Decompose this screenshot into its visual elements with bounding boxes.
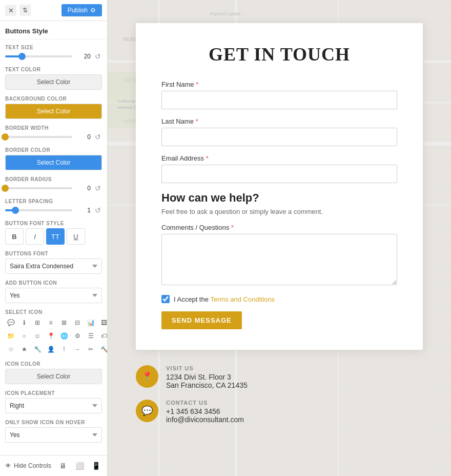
bg-color-section: BACKGROUND COLOR Select Color — [5, 96, 102, 119]
first-name-required: * — [196, 81, 198, 88]
text-size-track[interactable] — [5, 55, 72, 57]
border-radius-reset[interactable]: ↺ — [94, 184, 102, 192]
letter-spacing-thumb[interactable] — [12, 207, 19, 214]
icon-columns[interactable]: ⊟ — [72, 317, 83, 328]
icon-chat[interactable]: 💬 — [5, 317, 16, 328]
send-button[interactable]: SEND MESSAGE — [161, 311, 242, 329]
text-size-label: TEXT SIZE — [5, 45, 102, 50]
icon-user[interactable]: 👤 — [45, 344, 56, 355]
icon-settings[interactable]: ⚙ — [72, 330, 83, 342]
show-on-hover-section: ONLY SHOW ICON ON HOVER Yes No — [5, 420, 102, 443]
contact-us-type: CONTACT US — [166, 400, 244, 406]
panel-title: Buttons Style — [0, 21, 107, 39]
tt-button[interactable]: TT — [46, 228, 65, 245]
visit-us-line1: 1234 Divi St. Floor 3 — [166, 373, 248, 381]
border-width-thumb[interactable] — [2, 133, 9, 141]
gear-icon: ⚙ — [90, 7, 96, 14]
letter-spacing-track[interactable] — [5, 209, 72, 211]
icon-star-outline[interactable]: ☆ — [5, 344, 16, 355]
icon-tag[interactable]: 🏷 — [98, 330, 108, 342]
border-width-section: BORDER WIDTH 0 ↺ — [5, 125, 102, 141]
icon-tool[interactable]: 🔨 — [98, 344, 108, 355]
hide-controls-button[interactable]: 👁 Hide Controls — [5, 462, 53, 469]
icons-grid: 💬 ℹ ⊞ ≡ ⊠ ⊟ 📊 🖼 📁 ○ ☺ 📍 🌐 ⚙ ☰ 🏷 ☆ ★ 🔧 👤 — [5, 317, 102, 355]
icon-color-button[interactable]: Select Color — [5, 369, 102, 384]
phone-view-button[interactable]: 📱 — [90, 460, 102, 472]
first-name-input[interactable] — [161, 91, 397, 109]
icon-arrow[interactable]: → — [72, 344, 83, 355]
icon-grid[interactable]: ⊠ — [58, 317, 70, 328]
text-size-row: 20 ↺ — [5, 52, 102, 61]
desktop-view-button[interactable]: 🖥 — [57, 460, 69, 472]
first-name-label: First Name * — [161, 81, 397, 88]
location-icon: 📍 — [141, 371, 153, 382]
italic-button[interactable]: I — [26, 228, 44, 245]
add-button-icon-select[interactable]: Yes No — [5, 288, 102, 303]
select-icon-section: SELECT ICON 💬 ℹ ⊞ ≡ ⊠ ⊟ 📊 🖼 📁 ○ ☺ 📍 🌐 ⚙ … — [5, 309, 102, 355]
icon-star[interactable]: ★ — [18, 344, 30, 355]
border-radius-track[interactable] — [5, 187, 72, 189]
contact-us-line1: +1 345 634 3456 — [166, 407, 244, 415]
publish-button[interactable]: Publish ⚙ — [61, 4, 102, 16]
close-button[interactable]: ✕ — [5, 5, 16, 16]
icon-exclaim[interactable]: ! — [58, 344, 70, 355]
icon-layers[interactable]: ⊞ — [32, 317, 43, 328]
icon-placement-select[interactable]: Right Left — [5, 398, 102, 413]
add-button-icon-label: ADD BUTTON ICON — [5, 280, 102, 286]
visit-us-details: VISIT US 1234 Divi St. Floor 3 San Franc… — [166, 365, 248, 389]
terms-checkbox[interactable] — [161, 295, 170, 303]
bg-color-button[interactable]: Select Color — [5, 104, 102, 119]
last-name-input[interactable] — [161, 128, 397, 146]
icon-info[interactable]: ℹ — [18, 317, 30, 328]
terms-link[interactable]: Terms and Conditions — [210, 295, 275, 303]
border-width-track[interactable] — [5, 136, 72, 138]
phone-icon-img: 💬 — [141, 405, 153, 417]
button-font-style-section: BUTTON FONT STYLE B I TT U — [5, 221, 102, 245]
visit-us-line2: San Francisco, CA 21435 — [166, 381, 248, 389]
icon-globe[interactable]: 🌐 — [58, 330, 70, 342]
border-color-button[interactable]: Select Color — [5, 155, 102, 170]
sort-icon: ⇅ — [23, 7, 28, 14]
content-wrapper: GET IN TOUCH First Name * Last Name * Em… — [108, 0, 451, 476]
email-label: Email Address * — [161, 154, 397, 162]
icon-smile[interactable]: ☺ — [32, 330, 43, 342]
bold-button[interactable]: B — [5, 228, 24, 245]
buttons-font-label: BUTTONS FONT — [5, 251, 102, 256]
buttons-font-select[interactable]: Saira Extra Condensed — [5, 259, 102, 274]
icon-chart[interactable]: 📊 — [85, 317, 96, 328]
icon-bars[interactable]: ≡ — [45, 317, 56, 328]
letter-spacing-reset[interactable]: ↺ — [94, 206, 102, 214]
text-color-section: TEXT COLOR Select Color — [5, 67, 102, 90]
icon-circle[interactable]: ○ — [18, 330, 30, 342]
right-area: McAllister Fell St HAYES VALLEY Painted … — [108, 0, 451, 476]
border-width-label: BORDER WIDTH — [5, 125, 102, 131]
publish-label: Publish — [68, 7, 88, 14]
icon-image[interactable]: 🖼 — [98, 317, 108, 328]
icon-list[interactable]: ☰ — [85, 330, 96, 342]
icon-folder[interactable]: 📁 — [5, 330, 16, 342]
icon-wrench[interactable]: 🔧 — [32, 344, 43, 355]
email-input[interactable] — [161, 165, 397, 183]
tablet-icon: ⬜ — [75, 462, 84, 470]
sort-button[interactable]: ⇅ — [19, 5, 31, 16]
text-color-button[interactable]: Select Color — [5, 74, 102, 90]
visit-us-item: 📍 VISIT US 1234 Divi St. Floor 3 San Fra… — [136, 365, 423, 389]
contact-us-item: 💬 CONTACT US +1 345 634 3456 info@divico… — [136, 400, 423, 424]
comments-textarea[interactable] — [161, 234, 397, 285]
underline-button[interactable]: U — [67, 228, 85, 245]
terms-row: I Accept the Terms and Conditions — [161, 295, 397, 303]
last-name-group: Last Name * — [161, 117, 397, 146]
text-size-reset[interactable]: ↺ — [94, 52, 102, 61]
border-width-reset[interactable]: ↺ — [94, 133, 102, 141]
icon-pin[interactable]: 📍 — [45, 330, 56, 342]
tablet-view-button[interactable]: ⬜ — [73, 460, 86, 472]
help-heading: How can we help? — [161, 191, 397, 205]
show-on-hover-select[interactable]: Yes No — [5, 427, 102, 443]
text-color-label: TEXT COLOR — [5, 67, 102, 72]
select-icon-label: SELECT ICON — [5, 309, 102, 315]
border-radius-thumb[interactable] — [2, 185, 9, 192]
email-group: Email Address * — [161, 154, 397, 183]
bg-color-label: BACKGROUND COLOR — [5, 96, 102, 102]
icon-scissors[interactable]: ✂ — [85, 344, 96, 355]
text-size-thumb[interactable] — [18, 53, 26, 60]
